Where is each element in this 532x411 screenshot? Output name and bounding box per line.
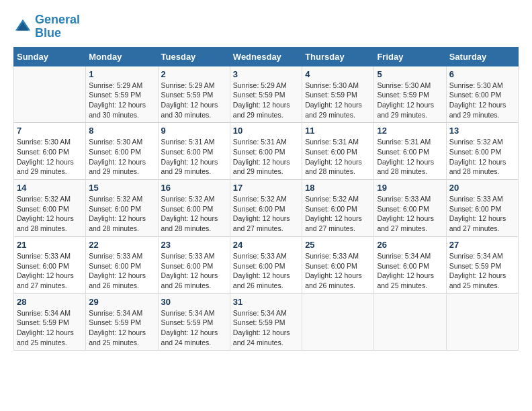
day-info: Sunrise: 5:32 AM Sunset: 6:00 PM Dayligh… [89, 194, 154, 234]
day-info: Sunrise: 5:32 AM Sunset: 6:00 PM Dayligh… [449, 137, 515, 177]
day-number: 2 [161, 69, 227, 79]
calendar-header: SundayMondayTuesdayWednesdayThursdayFrid… [14, 47, 519, 66]
day-info: Sunrise: 5:33 AM Sunset: 6:00 PM Dayligh… [377, 194, 443, 234]
calendar-cell: 22Sunrise: 5:33 AM Sunset: 6:00 PM Dayli… [86, 236, 158, 293]
calendar-cell: 26Sunrise: 5:34 AM Sunset: 6:00 PM Dayli… [374, 236, 446, 293]
day-info: Sunrise: 5:33 AM Sunset: 6:00 PM Dayligh… [17, 251, 83, 291]
calendar-cell: 4Sunrise: 5:30 AM Sunset: 5:59 PM Daylig… [302, 66, 374, 123]
calendar-week-row: 1Sunrise: 5:29 AM Sunset: 5:59 PM Daylig… [14, 66, 519, 123]
calendar-cell: 24Sunrise: 5:33 AM Sunset: 6:00 PM Dayli… [230, 236, 302, 293]
calendar-cell: 21Sunrise: 5:33 AM Sunset: 6:00 PM Dayli… [14, 236, 86, 293]
day-info: Sunrise: 5:34 AM Sunset: 5:59 PM Dayligh… [17, 308, 83, 348]
day-info: Sunrise: 5:34 AM Sunset: 5:59 PM Dayligh… [161, 308, 227, 348]
day-number: 30 [161, 297, 227, 307]
weekday-header: Monday [86, 47, 158, 66]
day-info: Sunrise: 5:32 AM Sunset: 6:00 PM Dayligh… [233, 194, 299, 234]
calendar-cell: 28Sunrise: 5:34 AM Sunset: 5:59 PM Dayli… [14, 293, 86, 351]
page-header: General Blue [13, 13, 519, 40]
day-info: Sunrise: 5:33 AM Sunset: 6:00 PM Dayligh… [89, 251, 154, 291]
day-info: Sunrise: 5:32 AM Sunset: 6:00 PM Dayligh… [161, 194, 227, 234]
calendar-cell: 5Sunrise: 5:30 AM Sunset: 5:59 PM Daylig… [374, 66, 446, 123]
day-info: Sunrise: 5:32 AM Sunset: 6:00 PM Dayligh… [305, 194, 371, 234]
day-info: Sunrise: 5:30 AM Sunset: 6:00 PM Dayligh… [17, 137, 83, 177]
weekday-header: Thursday [302, 47, 374, 66]
logo: General Blue [13, 13, 80, 40]
day-info: Sunrise: 5:34 AM Sunset: 5:59 PM Dayligh… [89, 308, 154, 348]
day-number: 12 [377, 126, 443, 136]
calendar-cell: 14Sunrise: 5:32 AM Sunset: 6:00 PM Dayli… [14, 180, 86, 237]
weekday-row: SundayMondayTuesdayWednesdayThursdayFrid… [14, 47, 519, 66]
calendar-cell: 18Sunrise: 5:32 AM Sunset: 6:00 PM Dayli… [302, 180, 374, 237]
calendar-body: 1Sunrise: 5:29 AM Sunset: 5:59 PM Daylig… [14, 66, 519, 351]
day-number: 7 [17, 126, 83, 136]
calendar-cell: 15Sunrise: 5:32 AM Sunset: 6:00 PM Dayli… [86, 180, 158, 237]
calendar-cell: 31Sunrise: 5:34 AM Sunset: 5:59 PM Dayli… [230, 293, 302, 351]
day-number: 24 [233, 240, 299, 250]
day-info: Sunrise: 5:31 AM Sunset: 6:00 PM Dayligh… [161, 137, 227, 177]
day-number: 17 [233, 183, 299, 193]
day-number: 11 [305, 126, 371, 136]
calendar-week-row: 14Sunrise: 5:32 AM Sunset: 6:00 PM Dayli… [14, 180, 519, 237]
calendar-cell: 27Sunrise: 5:34 AM Sunset: 5:59 PM Dayli… [446, 236, 518, 293]
day-info: Sunrise: 5:31 AM Sunset: 6:00 PM Dayligh… [233, 137, 299, 177]
weekday-header: Saturday [446, 47, 518, 66]
day-number: 20 [449, 183, 515, 193]
calendar-cell: 12Sunrise: 5:31 AM Sunset: 6:00 PM Dayli… [374, 123, 446, 180]
weekday-header: Tuesday [158, 47, 230, 66]
day-number: 6 [449, 69, 515, 79]
day-info: Sunrise: 5:32 AM Sunset: 6:00 PM Dayligh… [17, 194, 83, 234]
day-number: 25 [305, 240, 371, 250]
day-number: 27 [449, 240, 515, 250]
calendar-cell: 17Sunrise: 5:32 AM Sunset: 6:00 PM Dayli… [230, 180, 302, 237]
day-info: Sunrise: 5:34 AM Sunset: 5:59 PM Dayligh… [449, 251, 515, 291]
day-info: Sunrise: 5:29 AM Sunset: 5:59 PM Dayligh… [161, 81, 227, 120]
calendar-week-row: 21Sunrise: 5:33 AM Sunset: 6:00 PM Dayli… [14, 236, 519, 293]
calendar-cell: 25Sunrise: 5:33 AM Sunset: 6:00 PM Dayli… [302, 236, 374, 293]
calendar-cell: 19Sunrise: 5:33 AM Sunset: 6:00 PM Dayli… [374, 180, 446, 237]
day-info: Sunrise: 5:33 AM Sunset: 6:00 PM Dayligh… [233, 251, 299, 291]
day-number: 5 [377, 69, 443, 79]
day-number: 1 [89, 69, 154, 79]
logo-icon [13, 17, 32, 36]
calendar-cell: 10Sunrise: 5:31 AM Sunset: 6:00 PM Dayli… [230, 123, 302, 180]
day-number: 26 [377, 240, 443, 250]
calendar-cell: 2Sunrise: 5:29 AM Sunset: 5:59 PM Daylig… [158, 66, 230, 123]
day-number: 15 [89, 183, 154, 193]
calendar-cell: 16Sunrise: 5:32 AM Sunset: 6:00 PM Dayli… [158, 180, 230, 237]
weekday-header: Friday [374, 47, 446, 66]
day-info: Sunrise: 5:31 AM Sunset: 6:00 PM Dayligh… [305, 137, 371, 177]
day-number: 10 [233, 126, 299, 136]
calendar-cell: 3Sunrise: 5:29 AM Sunset: 5:59 PM Daylig… [230, 66, 302, 123]
day-info: Sunrise: 5:34 AM Sunset: 6:00 PM Dayligh… [377, 251, 443, 291]
calendar-cell [14, 66, 86, 123]
day-info: Sunrise: 5:29 AM Sunset: 5:59 PM Dayligh… [89, 81, 154, 120]
calendar-cell [374, 293, 446, 351]
day-info: Sunrise: 5:31 AM Sunset: 6:00 PM Dayligh… [377, 137, 443, 177]
day-number: 23 [161, 240, 227, 250]
day-number: 16 [161, 183, 227, 193]
day-info: Sunrise: 5:30 AM Sunset: 6:00 PM Dayligh… [89, 137, 154, 177]
weekday-header: Sunday [14, 47, 86, 66]
day-number: 22 [89, 240, 154, 250]
day-info: Sunrise: 5:29 AM Sunset: 5:59 PM Dayligh… [233, 81, 299, 120]
calendar-week-row: 7Sunrise: 5:30 AM Sunset: 6:00 PM Daylig… [14, 123, 519, 180]
calendar-week-row: 28Sunrise: 5:34 AM Sunset: 5:59 PM Dayli… [14, 293, 519, 351]
day-number: 13 [449, 126, 515, 136]
logo-text: General Blue [35, 13, 80, 40]
day-number: 29 [89, 297, 154, 307]
day-number: 4 [305, 69, 371, 79]
calendar-cell [302, 293, 374, 351]
weekday-header: Wednesday [230, 47, 302, 66]
day-info: Sunrise: 5:30 AM Sunset: 5:59 PM Dayligh… [305, 81, 371, 120]
day-number: 31 [233, 297, 299, 307]
day-number: 3 [233, 69, 299, 79]
calendar-cell: 8Sunrise: 5:30 AM Sunset: 6:00 PM Daylig… [86, 123, 158, 180]
day-number: 14 [17, 183, 83, 193]
day-info: Sunrise: 5:33 AM Sunset: 6:00 PM Dayligh… [449, 194, 515, 234]
day-info: Sunrise: 5:33 AM Sunset: 6:00 PM Dayligh… [161, 251, 227, 291]
day-number: 18 [305, 183, 371, 193]
calendar-cell: 11Sunrise: 5:31 AM Sunset: 6:00 PM Dayli… [302, 123, 374, 180]
day-info: Sunrise: 5:30 AM Sunset: 5:59 PM Dayligh… [377, 81, 443, 120]
calendar-cell: 13Sunrise: 5:32 AM Sunset: 6:00 PM Dayli… [446, 123, 518, 180]
calendar-table: SundayMondayTuesdayWednesdayThursdayFrid… [13, 47, 519, 351]
